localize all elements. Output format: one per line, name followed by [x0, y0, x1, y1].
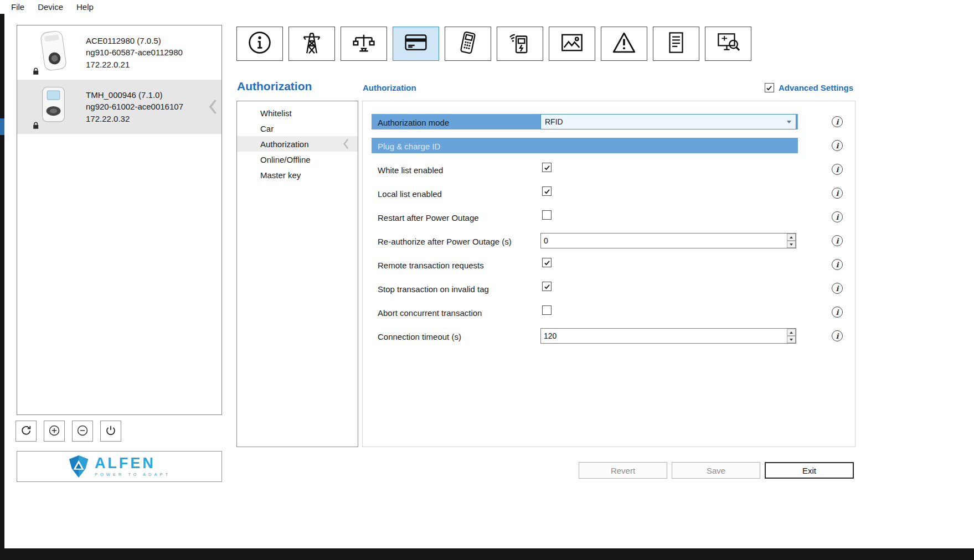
reboot-device-button[interactable]	[100, 421, 121, 442]
tab-payment-terminal[interactable]	[445, 27, 491, 61]
warning-icon	[611, 30, 637, 58]
local-list-enabled-checkbox[interactable]	[542, 186, 552, 196]
subnav-item-car[interactable]: Car	[237, 121, 358, 136]
device-list-panel: ACE0112980 (7.0.5)ng910-60587-ace0112980…	[17, 25, 222, 415]
form-row-white-list-enabled: White list enabledi	[363, 158, 855, 182]
authorization-mode-select[interactable]: RFID	[540, 114, 796, 129]
abort-concurrent-transaction-checkbox[interactable]	[542, 305, 552, 315]
field-label: Re-authorize after Power Outage (s)	[378, 236, 512, 246]
stop-transaction-on-invalid-tag-checkbox[interactable]	[542, 282, 552, 291]
info-icon[interactable]: i	[832, 235, 843, 246]
brand-tagline: POWER TO ADAPT	[95, 472, 171, 477]
spin-up-button[interactable]	[787, 329, 796, 336]
form-row-abort-concurrent-transaction: Abort concurrent transactioni	[363, 300, 855, 324]
tab-connectivity[interactable]	[497, 27, 543, 61]
restart-after-power-outage-checkbox[interactable]	[542, 210, 552, 220]
subnav-item-authorization[interactable]: Authorization	[237, 136, 358, 152]
brand-name: ALFEN	[95, 456, 171, 471]
refresh-device-button[interactable]	[16, 421, 37, 442]
form-row-stop-transaction-on-invalid-tag: Stop transaction on invalid tagi	[363, 277, 855, 300]
background-accent	[0, 118, 4, 135]
add-device-button[interactable]	[44, 421, 65, 442]
menu-bar: FileDeviceHelp	[0, 0, 974, 14]
menu-device[interactable]: Device	[31, 2, 70, 12]
device-name: TMH_000946 (7.1.0)	[86, 89, 183, 101]
device-list-item[interactable]: TMH_000946 (7.1.0)ng920-61002-ace0016107…	[17, 80, 221, 134]
info-icon[interactable]: i	[832, 140, 843, 151]
info-icon[interactable]: i	[832, 164, 843, 175]
subnav-item-whitelist[interactable]: Whitelist	[237, 105, 358, 121]
document-icon	[663, 30, 689, 58]
subnav-item-label: Master key	[260, 170, 301, 180]
pylon-icon	[299, 30, 324, 58]
device-ip: 172.22.0.21	[86, 59, 183, 71]
subnav-item-online-offline[interactable]: Online/Offline	[237, 152, 358, 167]
subnav-item-label: Online/Offline	[260, 155, 311, 164]
info-icon[interactable]: i	[832, 259, 843, 270]
advanced-settings-checkbox[interactable]	[765, 83, 774, 92]
tab-power-grid[interactable]	[288, 27, 335, 61]
subnav-item-label: Car	[260, 124, 274, 133]
advanced-settings-toggle[interactable]: Advanced Settings	[765, 83, 853, 92]
tab-diagnostics[interactable]	[705, 27, 751, 61]
revert-button[interactable]: Revert	[579, 462, 667, 479]
tab-errors[interactable]	[601, 27, 647, 61]
form-row-plug-charge-id: Plug & charge IDi	[363, 134, 855, 158]
alfen-logo: ALFEN POWER TO ADAPT	[17, 451, 222, 482]
tab-authorization[interactable]	[393, 27, 439, 61]
spin-down-button[interactable]	[787, 241, 796, 248]
settings-form: Authorization modeRFIDiPlug & charge IDi…	[362, 101, 856, 447]
tab-logs[interactable]	[653, 27, 699, 61]
info-icon[interactable]: i	[832, 188, 843, 199]
exit-button[interactable]: Exit	[765, 462, 854, 479]
connection-timeout-s-input[interactable]	[541, 329, 786, 343]
payment-terminal-icon	[455, 30, 481, 58]
menu-help[interactable]: Help	[70, 2, 100, 12]
form-row-local-list-enabled: Local list enabledi	[363, 182, 855, 205]
select-value: RFID	[545, 117, 563, 126]
field-label: Abort concurrent transaction	[378, 308, 482, 317]
menu-file[interactable]: File	[4, 2, 31, 12]
plus-circle-icon	[48, 424, 60, 438]
device-list: ACE0112980 (7.0.5)ng910-60587-ace0112980…	[17, 25, 221, 134]
spinner	[787, 234, 796, 248]
background-strip-left	[0, 13, 4, 560]
white-list-enabled-checkbox[interactable]	[542, 163, 552, 172]
credit-card-icon	[403, 30, 429, 58]
chevron-left-icon[interactable]	[208, 98, 217, 115]
subnav-item-master-key[interactable]: Master key	[237, 167, 358, 183]
form-row-re-authorize-after-power-outage-s: Re-authorize after Power Outage (s)i	[363, 229, 855, 253]
re-authorize-after-power-outage-s-field	[540, 233, 796, 248]
field-label: Plug & charge ID	[378, 141, 440, 151]
info-icon[interactable]: i	[832, 307, 843, 318]
tab-general-info[interactable]	[236, 27, 283, 61]
lock-icon	[32, 67, 40, 75]
info-icon[interactable]: i	[832, 330, 843, 341]
subnav-item-label: Whitelist	[260, 108, 292, 118]
device-list-item[interactable]: ACE0112980 (7.0.5)ng910-60587-ace0112980…	[17, 25, 221, 80]
spin-up-button[interactable]	[787, 234, 796, 241]
remove-device-button[interactable]	[72, 421, 93, 442]
remote-transaction-requests-checkbox[interactable]	[542, 258, 552, 267]
form-row-remote-transaction-requests: Remote transaction requestsi	[363, 253, 855, 277]
form-row-restart-after-power-outage: Restart after Power Outagei	[363, 205, 855, 229]
tab-display[interactable]	[549, 27, 595, 61]
field-label: Authorization mode	[378, 117, 449, 127]
form-row-connection-timeout-s: Connection timeout (s)i	[363, 324, 855, 348]
re-authorize-after-power-outage-s-input[interactable]	[541, 234, 786, 248]
section-title: Authorization	[363, 83, 416, 92]
info-icon[interactable]: i	[832, 211, 843, 222]
chevron-down-icon	[787, 121, 791, 123]
save-button[interactable]: Save	[672, 462, 760, 479]
display-charger-icon	[20, 83, 86, 131]
device-actions-toolbar	[16, 421, 121, 442]
spin-down-button[interactable]	[787, 336, 796, 343]
device-id: ng910-60587-ace0112980	[86, 46, 183, 59]
info-icon[interactable]: i	[832, 116, 843, 127]
field-label: Connection timeout (s)	[378, 331, 461, 341]
subnav-item-label: Authorization	[260, 139, 309, 149]
info-icon[interactable]: i	[832, 283, 843, 294]
tab-load-balancing[interactable]	[341, 27, 387, 61]
advanced-settings-label: Advanced Settings	[779, 83, 853, 92]
charge-point-wifi-icon	[507, 30, 533, 58]
